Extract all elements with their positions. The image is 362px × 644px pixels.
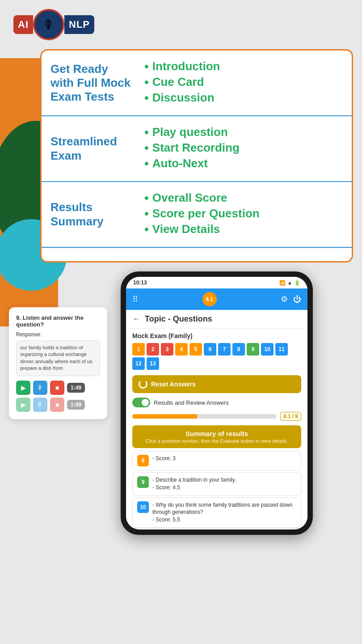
result-item-10[interactable]: 10 - Why do you think some family tradit… [132, 497, 301, 528]
settings-icon[interactable]: ⚙ [281, 294, 288, 304]
feature-right-2: • Play question • Start Recording • Auto… [140, 125, 343, 172]
feature-item-3-3: • View Details [144, 222, 343, 236]
results-label: Results and Review Answers [154, 399, 229, 406]
wifi-icon: ▲ [287, 280, 292, 285]
nav-bar: ⠿ 4.1 ⚙ ⏻ [126, 288, 307, 310]
mic-button[interactable]: 🎙 [33, 381, 47, 395]
stop-button[interactable]: ■ [50, 381, 64, 395]
paper-response-box: our family holds a tradition of organizi… [16, 340, 100, 376]
status-bar: 10:13 📶 ▲ 🔋 [126, 277, 307, 288]
feature-item-label: Overall Score [152, 191, 227, 205]
q-num-7[interactable]: 7 [218, 343, 231, 356]
q-num-4[interactable]: 4 [175, 343, 188, 356]
phone-screen: 10:13 📶 ▲ 🔋 ⠿ 4.1 ⚙ ⏻ [126, 277, 307, 530]
feature-title-2: Streamlined Exam [51, 135, 131, 162]
result-text-10: - Why do you think some family tradition… [152, 501, 296, 524]
result-text-9: - Describe a tradition in your family.- … [152, 476, 236, 491]
paper-controls: ▶ 🎙 ■ 1:49 [16, 381, 100, 395]
summary-title: Summary of results [138, 430, 296, 437]
q-num-10[interactable]: 10 [261, 343, 274, 356]
result-num-8: 8 [137, 455, 149, 466]
timer-display: 1:49 [67, 383, 85, 393]
phone-section: 9. Listen and answer the question? Respo… [0, 271, 362, 548]
reset-answers-button[interactable]: Reset Answers [132, 375, 301, 393]
q-num-13[interactable]: 13 [147, 357, 159, 370]
feature-right-3: • Overall Score • Score per Question • V… [140, 191, 343, 238]
result-text-8: - Score: 3 [152, 455, 176, 462]
results-toggle[interactable] [132, 398, 150, 407]
logout-icon[interactable]: ⏻ [293, 295, 301, 304]
phone-mockup: 10:13 📶 ▲ 🔋 ⠿ 4.1 ⚙ ⏻ [121, 271, 313, 535]
nav-right-icons: ⚙ ⏻ [281, 294, 301, 304]
feature-item-2-3: • Auto-Next [144, 157, 343, 170]
q-num-11[interactable]: 11 [275, 343, 288, 356]
bullet-icon: • [144, 208, 149, 220]
paper-card: 9. Listen and answer the question? Respo… [9, 307, 107, 419]
result-num-9: 9 [137, 476, 149, 488]
q-num-1[interactable]: 1 [132, 343, 145, 356]
mic-button-2[interactable]: 🎙 [33, 398, 47, 412]
feature-item-1-1: • Introduction [144, 59, 343, 73]
feature-item-3-2: • Score per Question [144, 207, 343, 220]
play-button-2[interactable]: ▶ [16, 398, 30, 412]
feature-row-1: Get Ready with Full Mock Exam Tests • In… [42, 51, 352, 116]
feature-item-2-1: • Play question [144, 125, 343, 139]
q-num-6[interactable]: 6 [204, 343, 216, 356]
logo-mic-icon [33, 9, 64, 40]
feature-title-3: Results Summary [51, 200, 131, 228]
header: AI NLP [0, 0, 362, 45]
feature-row-empty [42, 248, 352, 261]
result-item-9[interactable]: 9 - Describe a tradition in your family.… [132, 472, 301, 496]
bullet-icon: • [144, 76, 149, 89]
bullet-icon: • [144, 192, 149, 204]
progress-fill [132, 414, 197, 419]
progress-bar [132, 414, 277, 419]
bullet-icon: • [144, 92, 149, 104]
summary-subtitle: Click a question number, then the Evalua… [138, 438, 296, 444]
q-num-3[interactable]: 3 [161, 343, 173, 356]
stop-button-2[interactable]: ■ [50, 398, 64, 412]
result-num-10: 10 [137, 501, 149, 513]
feature-item-label: Score per Question [152, 207, 260, 220]
feature-row-2: Streamlined Exam • Play question • Start… [42, 116, 352, 182]
topic-title: Topic - Questions [145, 314, 212, 324]
q-num-8[interactable]: 8 [232, 343, 245, 356]
score-fraction: 4.1 / 9 [280, 412, 301, 421]
progress-bg [197, 414, 276, 419]
features-card: Get Ready with Full Mock Exam Tests • In… [40, 49, 353, 263]
q-num-9[interactable]: 9 [247, 343, 259, 356]
status-time: 10:13 [133, 280, 147, 286]
question-numbers: 1 2 3 4 5 6 7 8 9 10 11 12 13 [126, 341, 307, 373]
feature-item-label: Play question [152, 125, 228, 139]
feature-item-1-3: • Discussion [144, 91, 343, 105]
q-num-2[interactable]: 2 [147, 343, 159, 356]
bullet-icon: • [144, 223, 149, 236]
feature-row-3: Results Summary • Overall Score • Score … [42, 182, 352, 248]
feature-left-1: Get Ready with Full Mock Exam Tests [51, 62, 140, 104]
topic-header: ← Topic - Questions [126, 310, 307, 329]
reset-icon [139, 380, 147, 389]
q-num-12[interactable]: 12 [132, 357, 145, 370]
q-num-5[interactable]: 5 [189, 343, 202, 356]
bullet-icon: • [144, 142, 149, 154]
timer-display-2: 1:99 [67, 400, 85, 410]
logo-ai-text: AI [13, 15, 33, 34]
back-arrow-icon[interactable]: ← [132, 314, 140, 324]
paper-controls-2: ▶ 🎙 ■ 1:99 [16, 398, 100, 412]
grid-icon[interactable]: ⠿ [132, 294, 138, 304]
logo-nlp-text: NLP [64, 15, 94, 34]
status-icons: 📶 ▲ 🔋 [279, 280, 300, 286]
phone-content: ← Topic - Questions Mock Exam (Family) 1… [126, 310, 307, 528]
phone-outer: 10:13 📶 ▲ 🔋 ⠿ 4.1 ⚙ ⏻ [121, 271, 313, 535]
logo-badge: AI NLP [13, 9, 94, 40]
feature-item-2-2: • Start Recording [144, 141, 343, 155]
battery-icon: 📶 [279, 280, 286, 286]
feature-item-label: View Details [152, 222, 220, 236]
results-toggle-row: Results and Review Answers [126, 395, 307, 410]
feature-item-1-2: • Cue Card [144, 75, 343, 89]
play-button[interactable]: ▶ [16, 381, 30, 395]
paper-question: 9. Listen and answer the question? [16, 314, 100, 328]
result-item-8[interactable]: 8 - Score: 3 [132, 451, 301, 470]
feature-item-label: Auto-Next [152, 157, 208, 170]
logo-container: AI NLP [13, 9, 94, 40]
